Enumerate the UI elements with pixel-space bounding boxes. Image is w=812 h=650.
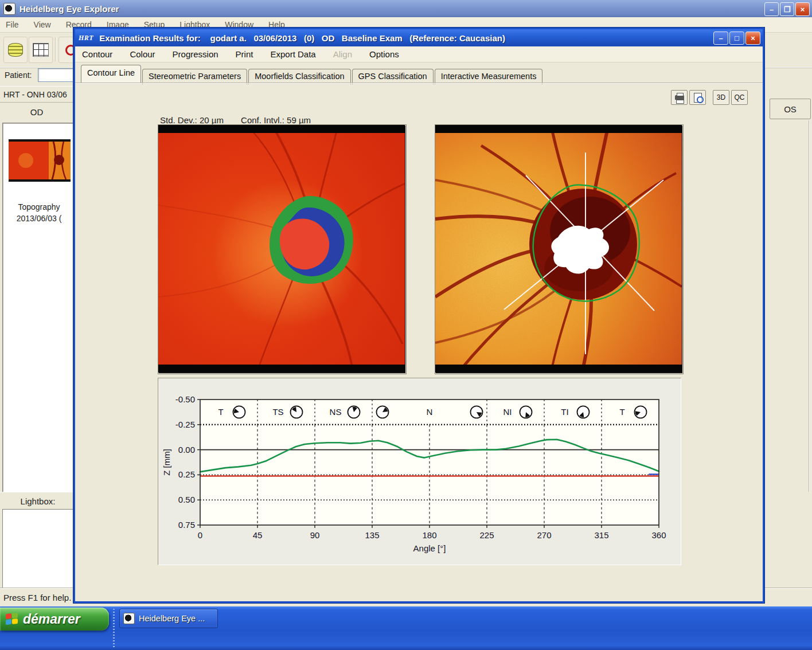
grid-icon [33,43,49,57]
svg-text:Z [mm]: Z [mm] [162,449,171,476]
svg-text:T: T [218,407,223,417]
svg-text:Angle [°]: Angle [°] [413,543,446,553]
svg-text:T: T [619,407,624,417]
taskbar: démarrer Heidelberg Eye ... e ! A × V [0,606,812,650]
exam-window-title: Examination Results for: godart a. 03/06… [99,33,505,43]
main-window-title: Heidelberg Eye Explorer [19,4,119,14]
menu-file[interactable]: File [6,20,19,29]
patient-label: Patient: [5,71,32,80]
fundus-image[interactable] [435,124,684,374]
svg-text:-0.25: -0.25 [175,420,195,429]
od-eye-tab[interactable]: OD [0,104,73,120]
height-profile-chart-panel: 04590135180225270315360-0.50-0.250.000.2… [158,378,681,565]
exam-close-button[interactable]: × [745,32,760,45]
menu-progression[interactable]: Progression [173,49,218,59]
svg-text:315: 315 [594,530,608,540]
hrt-logo-icon: HRT [79,34,93,42]
task-eye-icon [123,613,135,624]
print-icon [675,95,684,100]
menu-align: Align [333,49,352,59]
svg-text:-0.50: -0.50 [175,394,195,404]
svg-text:NS: NS [330,407,342,417]
tab-gps-classification[interactable]: GPS Classification [352,69,434,84]
svg-text:0.25: 0.25 [178,469,195,479]
svg-text:90: 90 [310,530,320,540]
image-list-panel: Topography 2013/06/03 ( [2,123,75,492]
taskbar-handle[interactable] [113,609,115,648]
database-button[interactable] [3,37,28,63]
conf-intvl-value: Conf. Intvl.: 59 µm [241,115,311,125]
svg-text:0.00: 0.00 [178,445,195,455]
thumbnail-caption-line2: 2013/06/03 ( [3,214,75,223]
svg-text:135: 135 [365,530,379,540]
svg-text:0.50: 0.50 [178,495,195,504]
exam-tool-buttons: 3D QC [671,90,748,105]
examination-results-window: HRT Examination Results for: godart a. 0… [73,28,764,603]
menu-print[interactable]: Print [236,49,253,59]
exam-titlebar[interactable]: HRT Examination Results for: godart a. 0… [75,29,763,46]
menu-contour[interactable]: Contour [82,49,112,59]
exam-thumbnail[interactable] [9,139,71,182]
toolbar-separator [55,37,56,61]
svg-text:360: 360 [651,530,666,540]
tab-stereometric-parameters[interactable]: Stereometric Parameters [142,69,247,84]
svg-text:NI: NI [503,407,512,417]
lightbox-panel[interactable] [2,509,75,588]
task-button-label: Heidelberg Eye ... [139,614,205,623]
exam-tabbar: Contour Line Stereometric Parameters Moo… [81,67,544,83]
task-button-heidelberg[interactable]: Heidelberg Eye ... [119,609,218,628]
tab-interactive-measurements[interactable]: Interactive Measurements [435,69,543,84]
tab-moorfields-classification[interactable]: Moorfields Classification [248,69,350,84]
tab-contour-line[interactable]: Contour Line [81,65,141,83]
stats-line: Std. Dev.: 20 µm Conf. Intvl.: 59 µm [160,115,326,125]
svg-text:0: 0 [198,530,202,540]
start-button[interactable]: démarrer [0,608,109,631]
std-dev-value: Std. Dev.: 20 µm [160,115,224,125]
menu-view[interactable]: View [34,20,51,29]
svg-text:45: 45 [253,530,263,540]
close-button[interactable]: × [795,2,810,16]
main-titlebar[interactable]: Heidelberg Eye Explorer – ❐ × [0,0,812,17]
svg-text:N: N [427,407,433,417]
svg-text:TS: TS [272,407,283,417]
minimize-button[interactable]: – [764,2,779,16]
print-preview-icon [694,93,702,103]
thumbnail-caption-line1: Topography [3,202,75,212]
exam-minimize-button[interactable]: – [713,32,728,45]
svg-text:TI: TI [561,407,568,417]
windows-flag-icon [6,613,18,625]
quality-control-button[interactable]: QC [731,90,748,105]
exam-menubar: Contour Colour Progression Print Export … [75,46,763,62]
topography-image[interactable] [158,124,407,374]
restore-button[interactable]: ❐ [780,2,794,16]
menu-options[interactable]: Options [369,49,399,59]
grid-view-button[interactable] [29,37,53,63]
height-profile-chart: 04590135180225270315360-0.50-0.250.000.2… [158,378,681,565]
start-label: démarrer [23,612,80,627]
print-button[interactable] [671,90,688,105]
app-eye-icon [3,3,15,15]
lightbox-header: Lightbox: [0,492,76,510]
svg-text:270: 270 [537,530,551,540]
tab-baseline [75,83,763,83]
exam-maximize-button[interactable]: □ [729,32,744,45]
svg-text:180: 180 [422,530,436,540]
svg-text:225: 225 [479,530,494,540]
menu-export-data[interactable]: Export Data [270,49,315,59]
right-panel-divider [809,120,809,492]
status-text: Press F1 for help. [3,593,71,602]
3d-view-button[interactable]: 3D [713,90,729,105]
screen: Heidelberg Eye Explorer – ❐ × File View … [0,0,812,650]
os-eye-tab[interactable]: OS [770,99,811,119]
print-preview-button[interactable] [689,90,706,105]
menu-colour[interactable]: Colour [130,49,155,59]
database-icon [8,43,23,57]
svg-text:0.75: 0.75 [178,520,195,530]
